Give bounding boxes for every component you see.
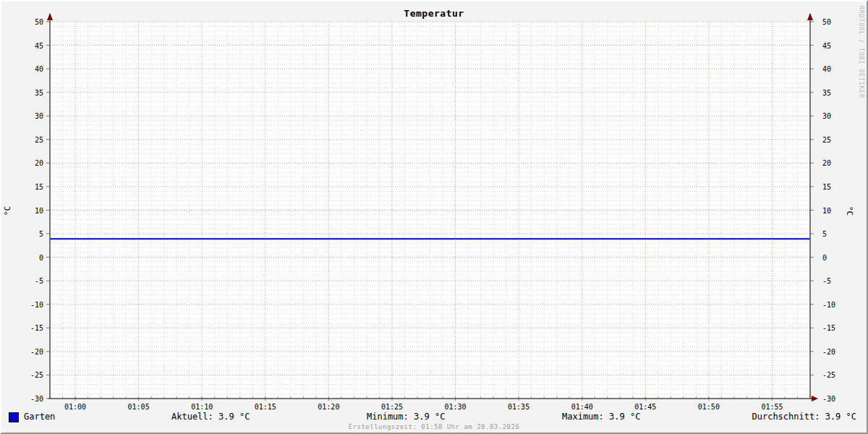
y-tick-label-right: 45 — [822, 42, 831, 50]
y-axis-unit-right: °C — [845, 200, 854, 222]
y-tick-label-left: 5 — [39, 230, 43, 238]
y-tick-label-left: -15 — [30, 324, 43, 332]
x-tick-label: 01:20 — [318, 403, 339, 411]
y-tick-label-left: 45 — [35, 42, 43, 50]
y-tick-label-left: 50 — [35, 18, 43, 26]
x-tick-label: 01:30 — [444, 403, 466, 411]
y-tick-label-left: 30 — [35, 112, 43, 120]
y-tick-label-left: 20 — [35, 159, 43, 167]
y-tick-label-right: 30 — [822, 112, 831, 120]
y-tick-label-right: 5 — [822, 230, 827, 238]
y-tick-label-right: 0 — [822, 254, 827, 262]
y-tick-label-right: 40 — [822, 65, 831, 73]
y-tick-label-right: -15 — [822, 324, 835, 332]
y-tick-label-left: 25 — [35, 136, 43, 144]
y-tick-label-left: -10 — [30, 301, 43, 309]
x-tick-label: 01:10 — [191, 403, 213, 411]
y-tick-label-right: 50 — [822, 18, 831, 26]
y-tick-label-right: 15 — [822, 183, 831, 191]
y-tick-label-left: -25 — [30, 371, 43, 379]
chart-title: Temperatur — [1, 8, 867, 19]
y-tick-label-left: -30 — [30, 395, 43, 403]
y-tick-label-right: -10 — [822, 301, 835, 309]
y-tick-label-right: 25 — [822, 136, 831, 144]
x-tick-label: 01:50 — [698, 403, 720, 411]
y-tick-label-left: 40 — [35, 65, 43, 73]
y-tick-label-right: 10 — [822, 207, 831, 215]
stat-maximum: Maximum: 3.9 °C — [562, 412, 640, 422]
rrdtool-graph: 01:0001:0501:1001:1501:2001:2501:3001:35… — [0, 0, 868, 434]
y-tick-label-right: -30 — [822, 395, 835, 403]
creation-timestamp: Erstellungszeit: 01:58 Uhr am 20.03.2026 — [1, 423, 867, 430]
x-tick-label: 01:00 — [64, 403, 86, 411]
x-tick-label: 01:25 — [381, 403, 403, 411]
stat-current: Aktuell: 3.9 °C — [171, 412, 250, 422]
x-tick-label: 01:05 — [128, 403, 150, 411]
x-axis-arrow — [812, 396, 818, 401]
legend-row: Garten Aktuell: 3.9 °C Minimum: 3.9 °C M… — [1, 411, 867, 423]
series-color-swatch — [9, 412, 19, 422]
y-tick-label-left: -20 — [30, 348, 43, 356]
x-tick-label: 01:15 — [255, 403, 276, 411]
stat-minimum: Minimum: 3.9 °C — [367, 412, 445, 422]
y-tick-label-left: 10 — [35, 207, 43, 215]
y-axis-unit-left: °C — [3, 200, 12, 222]
x-tick-label: 01:40 — [571, 403, 593, 411]
y-tick-label-left: -5 — [35, 277, 43, 285]
y-tick-label-right: 35 — [822, 89, 831, 97]
y-tick-label-left: 35 — [35, 89, 43, 97]
x-tick-label: 01:35 — [508, 403, 529, 411]
y-tick-label-right: 20 — [822, 159, 831, 167]
y-tick-label-left: 15 — [35, 183, 43, 191]
y-tick-label-right: -5 — [822, 277, 831, 285]
chart-canvas: 01:0001:0501:1001:1501:2001:2501:3001:35… — [1, 1, 868, 434]
rrdtool-branding-text: RRDTOOL / TOBI OETIKER — [858, 6, 864, 98]
series-legend-label: Garten — [24, 412, 55, 422]
y-tick-label-right: -20 — [822, 348, 835, 356]
x-tick-label: 01:45 — [634, 403, 656, 411]
y-tick-label-left: 0 — [39, 254, 43, 262]
y-tick-label-right: -25 — [822, 371, 835, 379]
stat-average: Durchschnitt: 3.9 °C — [752, 412, 857, 422]
x-tick-label: 01:55 — [761, 403, 783, 411]
